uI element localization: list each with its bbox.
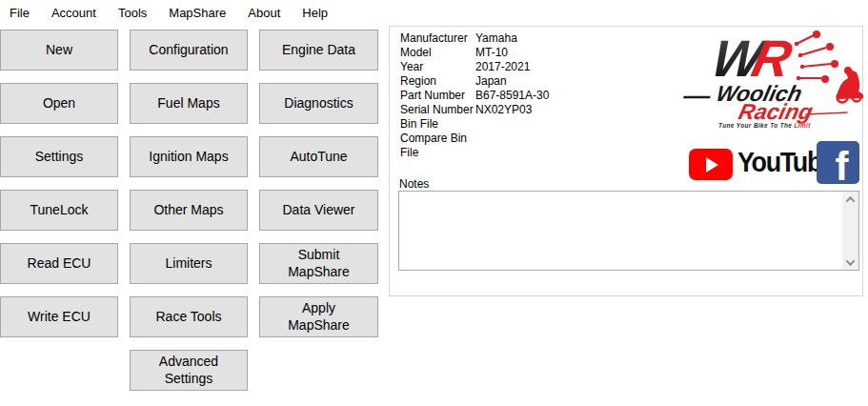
logo-name-secondary: Racing xyxy=(737,99,816,124)
scroll-up-icon[interactable] xyxy=(842,192,858,207)
info-label: Manufacturer xyxy=(400,31,475,46)
settings-button[interactable]: Settings xyxy=(0,136,118,177)
menu-item-about[interactable]: About xyxy=(248,6,280,20)
info-row-region: Region Japan xyxy=(400,74,549,89)
fuel-maps-button[interactable]: Fuel Maps xyxy=(130,83,248,124)
notes-label: Notes xyxy=(399,177,429,191)
circuit-traces-icon xyxy=(795,30,838,83)
open-button[interactable]: Open xyxy=(0,83,118,124)
info-value: Yamaha xyxy=(475,31,517,46)
maps-column: Configuration Fuel Maps Ignition Maps Ot… xyxy=(130,30,248,391)
info-label: Bin File xyxy=(400,117,475,132)
tools-column: Engine Data Diagnostics AutoTune Data Vi… xyxy=(259,30,378,337)
play-icon xyxy=(706,157,718,173)
file-actions-column: New Open Settings TuneLock Read ECU Writ… xyxy=(0,30,118,337)
info-value: Japan xyxy=(475,74,507,89)
submit-mapshare-button[interactable]: Submit MapShare xyxy=(259,243,378,284)
bike-info-list: Manufacturer Yamaha Model MT-10 Year 201… xyxy=(400,31,549,146)
info-row-year: Year 2017-2021 xyxy=(400,60,549,74)
wr-monogram: W R Woolich Ra xyxy=(680,30,863,129)
facebook-icon[interactable]: f xyxy=(817,141,859,184)
info-value: 2017-2021 xyxy=(475,60,530,74)
notes-input[interactable] xyxy=(399,192,841,270)
info-row-serial-number: Serial Number NX02YP03 xyxy=(400,103,549,117)
chevron-up-icon xyxy=(846,195,856,205)
engine-data-button[interactable]: Engine Data xyxy=(259,30,378,71)
bike-info-panel: Manufacturer Yamaha Model MT-10 Year 201… xyxy=(389,26,863,296)
menu-item-account[interactable]: Account xyxy=(51,6,96,20)
menu-item-file[interactable]: File xyxy=(10,6,30,20)
menu-item-mapshare[interactable]: MapShare xyxy=(169,6,226,20)
info-row-manufacturer: Manufacturer Yamaha xyxy=(400,31,549,46)
logo-tagline: Tune Your Bike To The Limit xyxy=(718,122,811,129)
info-label: Model xyxy=(400,46,475,60)
chevron-down-icon xyxy=(846,256,856,266)
motorcycle-rider-icon xyxy=(837,67,863,103)
write-ecu-button[interactable]: Write ECU xyxy=(0,296,118,337)
tunelock-button[interactable]: TuneLock xyxy=(0,190,118,231)
info-value: B67-8591A-30 xyxy=(475,89,549,103)
info-row-bin-file: Bin File xyxy=(400,117,549,132)
new-button[interactable]: New xyxy=(0,30,118,71)
menu-item-tools[interactable]: Tools xyxy=(118,6,147,20)
notes-box xyxy=(398,191,859,271)
notes-scrollbar[interactable] xyxy=(842,192,858,270)
info-row-compare-bin-file: Compare Bin File xyxy=(400,132,549,146)
info-value: NX02YP03 xyxy=(475,103,532,117)
read-ecu-button[interactable]: Read ECU xyxy=(0,243,118,284)
menu-item-help[interactable]: Help xyxy=(302,6,328,20)
apply-mapshare-button[interactable]: Apply MapShare xyxy=(259,296,378,337)
info-label: Region xyxy=(400,74,475,89)
limiters-button[interactable]: Limiters xyxy=(130,243,248,284)
info-row-model: Model MT-10 xyxy=(400,46,549,60)
scroll-down-icon[interactable] xyxy=(842,254,858,270)
menubar: File Account Tools MapShare About Help xyxy=(0,0,868,25)
race-tools-button[interactable]: Race Tools xyxy=(130,296,248,337)
configuration-button[interactable]: Configuration xyxy=(130,30,248,71)
diagnostics-button[interactable]: Diagnostics xyxy=(259,83,378,124)
data-viewer-button[interactable]: Data Viewer xyxy=(259,190,378,231)
info-label: Year xyxy=(400,60,475,74)
info-row-part-number: Part Number B67-8591A-30 xyxy=(400,89,549,103)
info-label: Compare Bin File xyxy=(400,132,475,146)
info-value: MT-10 xyxy=(475,46,508,60)
info-label: Part Number xyxy=(400,89,475,103)
woolich-racing-logo: W R Woolich Ra xyxy=(680,29,863,130)
autotune-button[interactable]: AutoTune xyxy=(259,136,378,177)
other-maps-button[interactable]: Other Maps xyxy=(130,190,248,231)
advanced-settings-button[interactable]: Advanced Settings xyxy=(130,350,248,391)
youtube-icon[interactable] xyxy=(689,149,733,180)
info-label: Serial Number xyxy=(400,103,475,117)
ignition-maps-button[interactable]: Ignition Maps xyxy=(130,136,248,177)
